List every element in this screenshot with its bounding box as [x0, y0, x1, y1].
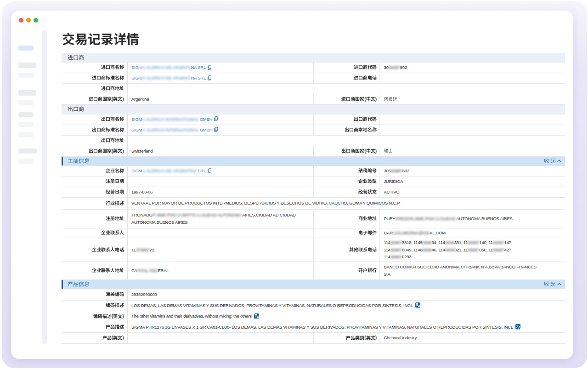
field-value: Chemical Industry	[379, 333, 565, 343]
cjk-glyph	[62, 33, 75, 46]
cjk-glyph	[358, 230, 363, 235]
field-value: SIGMA-ALDRICH DE ARGENTINA SRL	[128, 166, 314, 176]
field-label-text	[101, 116, 124, 123]
cjk-glyph	[106, 201, 110, 205]
sidebar-item[interactable]	[18, 100, 34, 105]
field-label-text	[354, 74, 377, 82]
table-row: 1147085272114569873818, 1145569894, 1145…	[62, 238, 565, 262]
translate-icon[interactable]	[515, 324, 521, 330]
field-label	[62, 210, 128, 228]
value-link[interactable]: SIGM	[131, 127, 142, 132]
value-text: Argentina	[131, 97, 149, 102]
value-link[interactable]: SIG	[131, 75, 139, 80]
redacted-text[interactable]: A-ALDRICH INTERNATIONAL	[142, 127, 198, 132]
cjk-glyph	[366, 336, 371, 340]
copy-icon[interactable]	[208, 168, 212, 173]
sidebar-item[interactable]	[18, 73, 34, 78]
cjk-glyph	[115, 117, 119, 121]
redacted-text: 5698	[445, 240, 454, 245]
value-text: 427,	[504, 247, 513, 252]
translate-icon[interactable]	[415, 302, 421, 308]
redacted-text[interactable]: MA-ALDRICH DE ARGENTI	[139, 65, 191, 70]
value-link[interactable]: NA SRL	[191, 75, 206, 80]
collapse-button[interactable]	[543, 158, 561, 164]
copy-icon[interactable]	[214, 116, 218, 121]
field-value: SIGMA-ALDRICH DE ARGENTINA SRL	[128, 63, 314, 73]
cjk-glyph	[358, 216, 363, 221]
value-link[interactable]: NA SRL	[191, 65, 206, 70]
field-label-text	[358, 215, 377, 222]
field-label-text	[106, 291, 124, 298]
redacted-text[interactable]: MA-ALDRICH DE ARGENTI	[139, 75, 191, 80]
field-value: Argentina	[128, 94, 314, 104]
value-link[interactable]: SIGM	[131, 168, 142, 173]
cell-text: TRONADOR 4890 PISO 3 DEPTO A,CIUDAD AUTO…	[131, 211, 311, 226]
cjk-glyph	[106, 268, 110, 273]
collapse-button[interactable]	[543, 281, 561, 287]
copy-icon[interactable]	[208, 75, 212, 80]
cjk-glyph	[75, 33, 88, 46]
field-label	[62, 238, 128, 262]
cjk-glyph	[113, 148, 118, 153]
cell-text: SIGMA-ALDRICH DE ARGENTINA SRL	[131, 64, 211, 71]
sidebar-item[interactable]	[18, 90, 36, 96]
section-header-exporter	[62, 105, 565, 114]
cjk-glyph	[368, 168, 372, 173]
field-label: ()	[62, 311, 128, 322]
value-link[interactable]: SRL	[197, 168, 206, 173]
cell-text: 3056987802	[384, 64, 407, 71]
cjk-glyph	[115, 179, 119, 183]
sidebar-item[interactable]	[18, 122, 34, 127]
value-link[interactable]: SIG	[131, 65, 139, 70]
value-text: 802	[400, 65, 407, 70]
field-label-text	[358, 267, 377, 274]
field-value: 1997-03-06	[128, 187, 314, 197]
field-label-text	[106, 199, 124, 207]
sidebar-item[interactable]	[18, 159, 34, 164]
cjk-glyph	[363, 247, 368, 252]
cjk-glyph	[115, 75, 119, 80]
value-text: 29362990000	[131, 292, 157, 297]
field-label	[62, 73, 128, 83]
redacted-text[interactable]: A-ALDRICH INTERNATIONAL	[142, 117, 198, 122]
cjk-glyph	[107, 97, 112, 101]
cjk-glyph	[110, 303, 115, 307]
sidebar-item-active[interactable]	[18, 46, 34, 51]
copy-icon[interactable]	[208, 65, 212, 70]
field-label	[62, 176, 128, 187]
cjk-glyph	[106, 189, 110, 194]
cjk-glyph	[106, 303, 110, 307]
field-label	[62, 187, 128, 197]
value-link[interactable]: GMBH	[198, 127, 212, 132]
cjk-glyph	[79, 106, 84, 112]
field-value	[379, 94, 565, 104]
value-link[interactable]: GMBH	[198, 117, 212, 122]
field-label	[62, 322, 128, 333]
copy-icon[interactable]	[214, 127, 218, 132]
cjk-glyph	[101, 127, 106, 132]
sidebar-item[interactable]	[18, 112, 33, 117]
sidebar-item[interactable]	[18, 63, 36, 68]
sidebar-item[interactable]	[18, 132, 34, 137]
cjk-glyph	[363, 117, 368, 121]
redacted-text[interactable]: A-ALDRICH DE ARGENTINA	[142, 168, 197, 173]
cjk-glyph	[366, 97, 371, 101]
cjk-glyph	[106, 65, 110, 69]
cjk-glyph	[354, 127, 358, 132]
field-label	[314, 210, 379, 228]
table-row: CAPITAL FEDERALBANCO COMAFI SOCIEDAD ANO…	[62, 262, 565, 280]
field-label	[62, 114, 128, 125]
sidebar-item[interactable]	[18, 148, 37, 154]
section-title	[68, 54, 84, 61]
translate-icon[interactable]	[254, 313, 260, 319]
field-label: ()	[314, 146, 379, 156]
value-link[interactable]: SIGM	[131, 117, 142, 122]
cjk-glyph	[118, 97, 122, 101]
field-label	[62, 136, 128, 146]
field-value: VENTA AL POR MAYOR DE PRODUCTOS INTERMED…	[128, 198, 565, 209]
cell-text	[384, 96, 397, 103]
cjk-glyph	[360, 148, 364, 153]
redacted-text: 56987	[390, 254, 402, 259]
cjk-glyph	[118, 336, 122, 340]
cjk-glyph	[354, 65, 358, 69]
